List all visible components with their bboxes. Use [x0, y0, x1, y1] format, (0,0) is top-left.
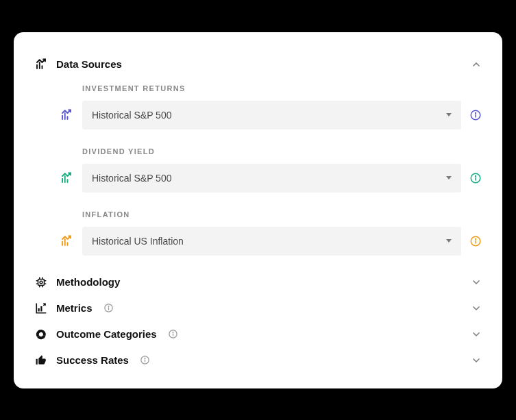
svg-point-2 [476, 112, 476, 113]
svg-rect-19 [38, 308, 40, 312]
section-body-data-sources: INVESTMENT RETURNS Historical S&P 500 [34, 77, 482, 269]
field-label: INVESTMENT RETURNS [82, 84, 482, 92]
svg-point-10 [40, 281, 42, 284]
section-title: Success Rates [56, 354, 129, 366]
field-dividend-yield: DIVIDEND YIELD Historical S&P 500 [59, 147, 482, 193]
section-header-methodology[interactable]: Methodology [34, 269, 482, 295]
chevron-down-icon [471, 303, 482, 314]
select-inflation[interactable]: Historical US Inflation [82, 227, 461, 256]
field-investment-returns: INVESTMENT RETURNS Historical S&P 500 [59, 84, 482, 129]
thumbs-up-icon [34, 354, 48, 367]
info-icon[interactable] [140, 355, 150, 365]
settings-panel: Data Sources INVESTMENT RETURNS Historic… [14, 32, 502, 388]
info-icon[interactable] [103, 303, 114, 313]
svg-point-5 [476, 175, 476, 176]
svg-rect-20 [40, 306, 42, 312]
select-dividend-yield[interactable]: Historical S&P 500 [82, 164, 461, 193]
section-title: Data Sources [56, 58, 122, 70]
svg-point-23 [108, 306, 109, 307]
section-title: Metrics [56, 302, 93, 314]
chevron-down-icon [471, 329, 482, 340]
info-icon[interactable] [469, 109, 482, 121]
section-header-outcome-categories[interactable]: Outcome Categories [34, 321, 482, 347]
info-icon[interactable] [469, 235, 482, 247]
svg-point-8 [476, 238, 476, 239]
select-value: Historical US Inflation [92, 236, 184, 247]
chevron-up-icon [471, 59, 482, 70]
field-inflation: INFLATION Historical US Inflation [59, 210, 482, 256]
section-title: Outcome Categories [56, 328, 157, 340]
svg-point-24 [40, 332, 43, 336]
caret-down-icon [446, 239, 452, 243]
svg-rect-9 [38, 279, 45, 285]
chip-icon [34, 276, 48, 288]
info-icon[interactable] [168, 329, 178, 339]
section-title: Methodology [56, 276, 120, 288]
chevron-down-icon [471, 355, 482, 366]
section-header-metrics[interactable]: Metrics [34, 295, 482, 321]
chart-arrow-icon [59, 109, 74, 121]
caret-down-icon [446, 176, 452, 180]
select-value: Historical S&P 500 [92, 110, 171, 121]
field-label: INFLATION [82, 210, 482, 219]
section-header-success-rates[interactable]: Success Rates [34, 347, 482, 373]
chart-arrow-icon [59, 172, 74, 184]
section-header-data-sources[interactable]: Data Sources [34, 51, 482, 77]
bar-chart-icon [34, 302, 48, 314]
field-label: DIVIDEND YIELD [82, 147, 482, 156]
select-value: Historical S&P 500 [92, 173, 171, 184]
svg-point-30 [145, 358, 145, 359]
caret-down-icon [446, 113, 452, 116]
svg-point-27 [173, 332, 173, 333]
select-investment-returns[interactable]: Historical S&P 500 [82, 101, 461, 129]
chevron-down-icon [471, 277, 482, 288]
chart-arrow-icon [34, 58, 48, 71]
chart-arrow-icon [59, 235, 74, 247]
info-icon[interactable] [469, 172, 482, 184]
donut-chart-icon [34, 328, 48, 341]
